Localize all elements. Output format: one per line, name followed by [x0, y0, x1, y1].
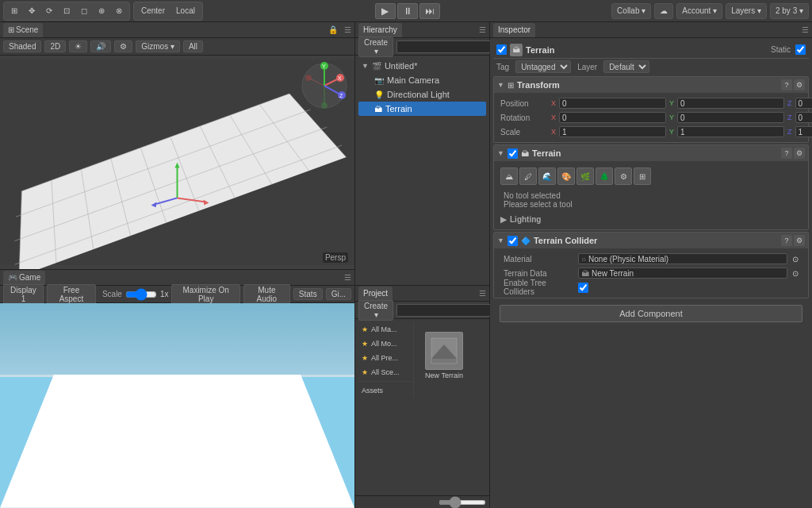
2d-btn[interactable]: 2D: [44, 40, 66, 52]
asset-new-terrain[interactable]: New Terrain: [420, 332, 468, 379]
display-dropdown[interactable]: Display 1: [3, 284, 44, 305]
terrain-tool-2[interactable]: 🌊: [538, 167, 556, 185]
terrain-tool-7[interactable]: ⊞: [634, 167, 651, 185]
layer-dropdown[interactable]: Default: [603, 60, 649, 73]
terrain-tool-6[interactable]: ⚙: [615, 167, 632, 185]
gizmos2-btn[interactable]: Gi...: [326, 288, 351, 300]
material-pick-btn[interactable]: ⊙: [792, 255, 799, 264]
project-tab[interactable]: Project: [358, 287, 393, 301]
tool-btn-5[interactable]: ◻: [76, 3, 92, 19]
terrain-settings-btn[interactable]: ⚙: [794, 148, 805, 159]
transform-settings-btn[interactable]: ?: [781, 79, 792, 90]
terrain-tool-5[interactable]: 🌲: [596, 167, 613, 185]
hierarchy-create-btn[interactable]: Create ▾: [358, 37, 393, 57]
hier-item-untitled[interactable]: ▼ 🎬 Untitled*: [358, 59, 486, 73]
game-panel-menu[interactable]: ☰: [344, 273, 351, 282]
scene-canvas[interactable]: X Y Z Persp: [0, 56, 354, 269]
inspector-tab[interactable]: Inspector: [493, 23, 535, 37]
terrain-comp-header[interactable]: ▼ 🏔 Terrain ? ⚙: [494, 145, 808, 161]
terrain-data-pick-btn[interactable]: ⊙: [792, 269, 799, 278]
scale-y-field[interactable]: [677, 126, 784, 137]
fav-item-0[interactable]: ★ All Ma...: [358, 322, 413, 337]
step-button[interactable]: ⏭: [419, 3, 440, 19]
rot-x-field[interactable]: [559, 112, 666, 123]
pos-x-field[interactable]: [559, 98, 666, 109]
collider-header[interactable]: ▼ 🔷 Terrain Collider ? ⚙: [494, 233, 808, 248]
maximize-btn[interactable]: Maximize On Play: [171, 284, 239, 305]
project-search[interactable]: [396, 304, 505, 317]
collab-dropdown[interactable]: Collab ▾: [611, 3, 651, 19]
audio-btn[interactable]: 🔊: [90, 40, 111, 52]
play-button[interactable]: ▶: [375, 3, 396, 19]
hier-item-camera[interactable]: 📷 Main Camera: [358, 73, 486, 87]
stats-btn[interactable]: Stats: [293, 288, 323, 300]
pos-y-field[interactable]: [677, 98, 784, 109]
fav-item-2[interactable]: ★ All Pre...: [358, 351, 413, 365]
gizmos-dropdown[interactable]: Gizmos ▾: [136, 40, 180, 52]
scene-tab[interactable]: ⊞ Scene: [3, 23, 43, 37]
add-component-btn[interactable]: Add Component: [500, 305, 802, 322]
tool-btn-1[interactable]: ⊞: [6, 3, 22, 19]
project-zoom-slider[interactable]: [439, 500, 486, 505]
lighting-section[interactable]: ▶ Lighting: [497, 212, 805, 226]
assets-label[interactable]: Assets: [358, 383, 413, 398]
tool-btn-3[interactable]: ⟳: [41, 3, 57, 19]
tree-colliders-check[interactable]: [578, 283, 588, 293]
tool-btn-6[interactable]: ⊕: [94, 3, 109, 19]
game-tab[interactable]: 🎮 Game: [3, 271, 45, 285]
fav-item-3[interactable]: ★ All Sce...: [358, 365, 413, 379]
scene-panel-menu[interactable]: ☰: [344, 25, 351, 34]
collider-help-btn[interactable]: ?: [781, 235, 792, 246]
hierarchy-menu[interactable]: ☰: [479, 25, 486, 34]
hier-item-terrain[interactable]: 🏔 Terrain: [358, 102, 486, 116]
fav-item-1[interactable]: ★ All Mo...: [358, 337, 413, 351]
terrain-data-dot: 🏔: [581, 269, 589, 278]
tag-dropdown[interactable]: Untagged: [515, 60, 571, 73]
tool-btn-2[interactable]: ✥: [24, 3, 40, 19]
tool-btn-4[interactable]: ⊡: [59, 3, 75, 19]
center-btn[interactable]: Center: [136, 3, 170, 19]
rot-y-field[interactable]: [677, 112, 784, 123]
pause-button[interactable]: ⏸: [397, 3, 418, 19]
terrain-data-value[interactable]: 🏔 New Terrain: [578, 267, 787, 279]
game-canvas[interactable]: [0, 303, 354, 508]
mute-btn[interactable]: Mute Audio: [243, 284, 290, 305]
terrain-tool-4[interactable]: 🌿: [576, 167, 594, 185]
transform-menu-btn[interactable]: ⚙: [794, 79, 805, 90]
terrain-tool-1[interactable]: 🖊: [519, 167, 537, 185]
svg-text:Z: Z: [339, 93, 343, 98]
hier-item-light[interactable]: 💡 Directional Light: [358, 87, 486, 102]
terrain-tool-0[interactable]: ⛰: [500, 167, 518, 185]
material-value[interactable]: ○ None (Physic Material): [578, 253, 787, 264]
pos-z-field[interactable]: [795, 98, 812, 109]
static-check[interactable]: [795, 44, 806, 55]
all-dropdown[interactable]: All: [183, 40, 203, 52]
rot-z-field[interactable]: [795, 112, 812, 123]
account-dropdown[interactable]: Account ▾: [676, 3, 722, 19]
project-create-btn[interactable]: Create ▾: [358, 300, 393, 321]
fx-btn[interactable]: ⚙: [114, 40, 132, 52]
cloud-btn[interactable]: ☁: [654, 3, 673, 19]
layout-dropdown[interactable]: 2 by 3 ▾: [770, 3, 809, 19]
scale-z-field[interactable]: [795, 126, 812, 137]
terrain-comp-check[interactable]: [508, 148, 518, 159]
tool-btn-7[interactable]: ⊗: [111, 3, 127, 19]
layers-dropdown[interactable]: Layers ▾: [726, 3, 767, 19]
shaded-dropdown[interactable]: Shaded: [3, 40, 41, 52]
scale-x-field[interactable]: [559, 126, 666, 137]
terrain-tool-3[interactable]: 🎨: [557, 167, 575, 185]
scale-slider[interactable]: [125, 291, 157, 298]
transform-header[interactable]: ▼ ⊞ Transform ? ⚙: [494, 77, 808, 93]
inspector-menu[interactable]: ☰: [802, 25, 809, 34]
scene-panel-lock[interactable]: 🔒: [328, 25, 338, 34]
terrain-help-btn[interactable]: ?: [781, 148, 792, 159]
lighting-btn[interactable]: ☀: [69, 40, 87, 52]
obj-enabled-check[interactable]: [496, 44, 507, 55]
hierarchy-tab[interactable]: Hierarchy: [358, 23, 402, 37]
aspect-dropdown[interactable]: Free Aspect: [47, 284, 96, 305]
hierarchy-search[interactable]: [396, 40, 505, 53]
local-btn[interactable]: Local: [171, 3, 200, 19]
collider-settings-btn[interactable]: ⚙: [794, 235, 805, 246]
project-menu[interactable]: ☰: [479, 289, 486, 298]
collider-check[interactable]: [508, 236, 518, 246]
